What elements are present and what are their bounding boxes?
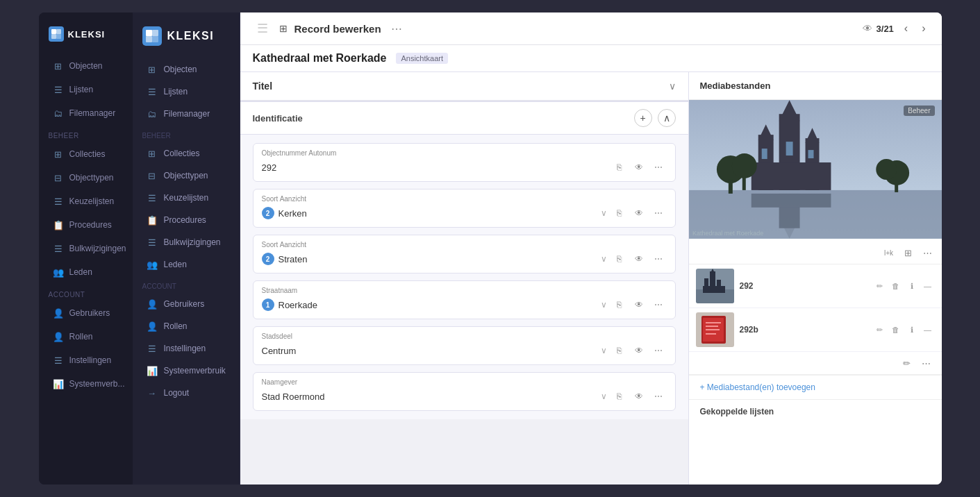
stadsdeel-row: Centrum ∨ ⎘ 👁 ⋯ — [262, 342, 667, 359]
identification-section: Identificatie + ∧ Objectnummer autonum 2… — [240, 101, 688, 419]
leden-icon: 👥 — [53, 267, 64, 278]
naamgever-copy-button[interactable]: ⎘ — [611, 388, 628, 405]
sidebar-item-bulkwijzigingen[interactable]: ☰ Bulkwijzigingen — [43, 237, 128, 260]
straatnaam-eye-button[interactable]: 👁 — [631, 296, 647, 313]
media-edit-button[interactable]: ✏ — [899, 355, 915, 371]
stadsdeel-select[interactable]: Centrum ∨ — [262, 346, 607, 356]
add-media-button[interactable]: + Mediabestand(en) toevoegen — [689, 375, 942, 399]
field-stadsdeel: Stadsdeel Centrum ∨ ⎘ 👁 ⋯ — [253, 326, 676, 365]
soort2-select[interactable]: Straten ∨ — [279, 254, 607, 264]
media-more-button[interactable]: ⋯ — [918, 355, 935, 371]
stadsdeel-copy-button[interactable]: ⎘ — [611, 342, 628, 359]
sidebar-item-lijsten[interactable]: ☰ Lijsten — [43, 78, 128, 101]
thumb-292-id: 292 — [740, 281, 867, 291]
wide-nav-filemanager[interactable]: 🗂 Filemanager — [137, 103, 235, 124]
objectnummer-copy-button[interactable]: ⎘ — [611, 159, 628, 176]
stadsdeel-dots-button[interactable]: ⋯ — [650, 342, 667, 359]
thumb-292b-id: 292b — [740, 325, 867, 335]
next-record-button[interactable]: › — [918, 21, 929, 36]
soort2-label: Soort aanzicht — [262, 241, 667, 248]
media-tool-lk-button[interactable]: l+k — [881, 244, 897, 261]
gekoppelde-lijsten-title: Gekoppelde lijsten — [700, 407, 931, 416]
wide-nav-systeemverbruik[interactable]: 📊 Systeemverbruik — [137, 360, 235, 381]
logo-icon — [49, 26, 64, 42]
thumb-292b-collapse-button[interactable]: — — [921, 323, 935, 337]
collapse-identification-button[interactable]: ∧ — [658, 109, 676, 127]
wide-nav-objecten[interactable]: ⊞ Objecten — [137, 59, 235, 80]
soort1-dots-button[interactable]: ⋯ — [650, 205, 667, 221]
objectnummer-label: Objectnummer autonum — [262, 149, 667, 157]
media-edit-row: ✏ ⋯ — [689, 352, 942, 375]
soort2-dots-button[interactable]: ⋯ — [650, 251, 667, 267]
thumb-292-collapse-button[interactable]: — — [921, 279, 935, 293]
sidebar-item-gebruikers[interactable]: 👤 Gebruikers — [43, 302, 128, 324]
sidebar-narrow: KLEKSI ⊞ Objecten ☰ Lijsten 🗂 Filemanage… — [39, 12, 133, 485]
sidebar-item-objecten[interactable]: ⊞ Objecten — [43, 55, 128, 77]
sidebar-item-rollen[interactable]: 👤 Rollen — [43, 326, 128, 348]
sidebar-item-procedures[interactable]: 📋 Procedures — [43, 214, 128, 236]
media-tool-grid-button[interactable]: ⊞ — [900, 244, 917, 261]
soort1-eye-button[interactable]: 👁 — [631, 205, 647, 221]
soort1-actions: ⎘ 👁 ⋯ — [611, 205, 667, 221]
add-identification-button[interactable]: + — [634, 109, 652, 127]
sidebar-item-collecties[interactable]: ⊞ Collecties — [43, 143, 128, 165]
straatnaam-dots-button[interactable]: ⋯ — [650, 296, 667, 313]
stadsdeel-eye-button[interactable]: 👁 — [631, 342, 647, 359]
form-panel: Titel ∨ Identificatie + ∧ — [240, 72, 688, 485]
svg-rect-42 — [706, 322, 721, 323]
wide-rollen-icon: 👤 — [147, 321, 158, 332]
wide-nav-collecties[interactable]: ⊞ Collecties — [137, 143, 235, 164]
straatnaam-copy-button[interactable]: ⎘ — [611, 296, 628, 313]
wide-leden-icon: 👥 — [147, 259, 158, 270]
wide-nav-procedures[interactable]: 📋 Procedures — [137, 210, 235, 230]
naamgever-dots-button[interactable]: ⋯ — [650, 388, 667, 405]
media-panel-header: Mediabestanden — [689, 72, 942, 100]
wide-nav-rollen[interactable]: 👤 Rollen — [137, 316, 235, 337]
soort2-eye-button[interactable]: 👁 — [631, 251, 647, 267]
soort1-chevron-icon: ∨ — [601, 208, 607, 218]
soort1-badge: 2 — [262, 207, 274, 219]
header-dots-icon[interactable]: ⋯ — [391, 22, 402, 35]
wide-nav-logout[interactable]: → Logout — [137, 382, 235, 403]
stadsdeel-label: Stadsdeel — [262, 332, 667, 340]
filemanager-icon: 🗂 — [53, 108, 64, 119]
sidebar-item-keuzelijsten[interactable]: ☰ Keuzelijsten — [43, 190, 128, 212]
naamgever-eye-button[interactable]: 👁 — [631, 388, 647, 405]
systeemverbruik-icon: 📊 — [53, 378, 64, 389]
titel-section-header[interactable]: Titel ∨ — [240, 72, 688, 101]
soort1-copy-button[interactable]: ⎘ — [611, 205, 628, 221]
wide-nav-keuzelijsten[interactable]: ☰ Keuzelijsten — [137, 187, 235, 208]
naamgever-select[interactable]: Stad Roermond ∨ — [262, 391, 607, 402]
wide-lijsten-icon: ☰ — [147, 86, 158, 97]
thumb-292b-delete-button[interactable]: 🗑 — [889, 323, 903, 337]
thumb-292-edit-button[interactable]: ✏ — [873, 279, 887, 293]
wide-nav-instellingen[interactable]: ☰ Instellingen — [137, 338, 235, 359]
wide-nav-gebruikers[interactable]: 👤 Gebruikers — [137, 294, 235, 314]
wide-nav-lijsten[interactable]: ☰ Lijsten — [137, 81, 235, 102]
menu-toggle-button[interactable]: ☰ — [253, 19, 272, 37]
prev-record-button[interactable]: ‹ — [901, 21, 911, 36]
wide-nav-objecttypen[interactable]: ⊟ Objecttypen — [137, 165, 235, 186]
sidebar-item-instellingen[interactable]: ☰ Instellingen — [43, 349, 128, 371]
wide-nav-leden[interactable]: 👥 Leden — [137, 254, 235, 275]
wide-filemanager-icon: 🗂 — [147, 108, 158, 119]
thumb-292b-info: 292b — [740, 325, 867, 335]
soort1-select[interactable]: Kerken ∨ — [279, 208, 607, 219]
media-tool-dots-button[interactable]: ⋯ — [920, 244, 936, 261]
naamgever-value: Stad Roermond — [262, 391, 325, 402]
wide-nav-bulkwijzigingen[interactable]: ☰ Bulkwijzigingen — [137, 232, 235, 253]
straatnaam-select[interactable]: Roerkade ∨ — [279, 300, 607, 310]
thumb-292-delete-button[interactable]: 🗑 — [889, 279, 903, 293]
straatnaam-badge: 1 — [262, 298, 274, 311]
sidebar-item-objecttypen[interactable]: ⊟ Objecttypen — [43, 167, 128, 189]
objectnummer-dots-button[interactable]: ⋯ — [650, 159, 667, 176]
sidebar-item-filemanager[interactable]: 🗂 Filemanager — [43, 102, 128, 124]
objectnummer-eye-button[interactable]: 👁 — [631, 159, 647, 176]
soort2-copy-button[interactable]: ⎘ — [611, 251, 628, 267]
titel-section-title: Titel — [253, 81, 273, 92]
thumb-292-info-button[interactable]: ℹ — [905, 279, 919, 293]
thumb-292b-info-button[interactable]: ℹ — [905, 323, 919, 337]
sidebar-item-leden[interactable]: 👥 Leden — [43, 261, 128, 283]
sidebar-item-systeemverbruik[interactable]: 📊 Systeemverb... — [43, 373, 128, 395]
thumb-292b-edit-button[interactable]: ✏ — [873, 323, 887, 337]
